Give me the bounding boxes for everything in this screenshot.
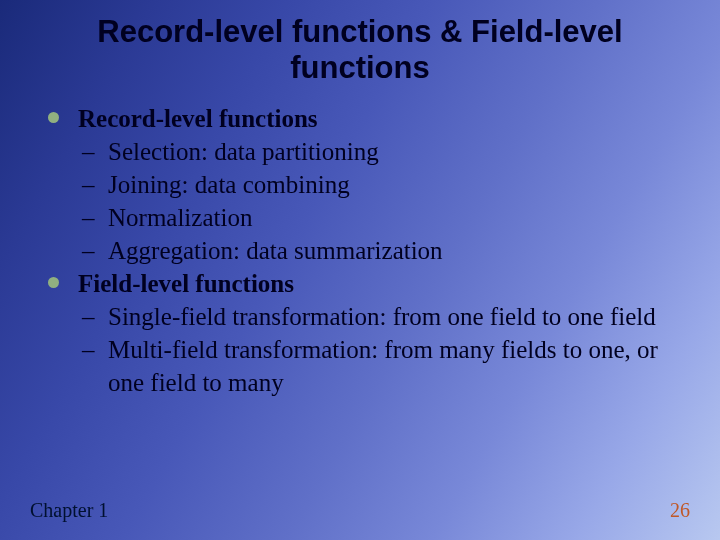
slide-body: Record-level functions – Selection: data… xyxy=(48,102,680,399)
bullet-field-level: Field-level functions xyxy=(48,267,680,300)
bullet-record-level: Record-level functions xyxy=(48,102,680,135)
dash-icon: – xyxy=(82,300,95,333)
sub-item: – Joining: data combining xyxy=(48,168,680,201)
bullet-icon xyxy=(48,277,59,288)
bullet-label: Field-level functions xyxy=(78,270,294,297)
sub-item: – Selection: data partitioning xyxy=(48,135,680,168)
slide-title: Record-level functions & Field-level fun… xyxy=(60,14,660,85)
sub-text: Normalization xyxy=(108,204,252,231)
dash-icon: – xyxy=(82,333,95,366)
sub-text: Multi-field transformation: from many fi… xyxy=(108,336,658,396)
footer-page-number: 26 xyxy=(670,499,690,522)
sub-item: – Normalization xyxy=(48,201,680,234)
dash-icon: – xyxy=(82,234,95,267)
footer-chapter: Chapter 1 xyxy=(30,499,108,522)
sub-text: Aggregation: data summarization xyxy=(108,237,443,264)
sub-text: Joining: data combining xyxy=(108,171,350,198)
sub-item: – Single-field transformation: from one … xyxy=(48,300,680,333)
sub-item: – Multi-field transformation: from many … xyxy=(48,333,680,399)
bullet-icon xyxy=(48,112,59,123)
dash-icon: – xyxy=(82,135,95,168)
dash-icon: – xyxy=(82,168,95,201)
sub-text: Selection: data partitioning xyxy=(108,138,379,165)
dash-icon: – xyxy=(82,201,95,234)
sub-text: Single-field transformation: from one fi… xyxy=(108,303,656,330)
slide: Record-level functions & Field-level fun… xyxy=(0,0,720,540)
bullet-label: Record-level functions xyxy=(78,105,318,132)
sub-item: – Aggregation: data summarization xyxy=(48,234,680,267)
